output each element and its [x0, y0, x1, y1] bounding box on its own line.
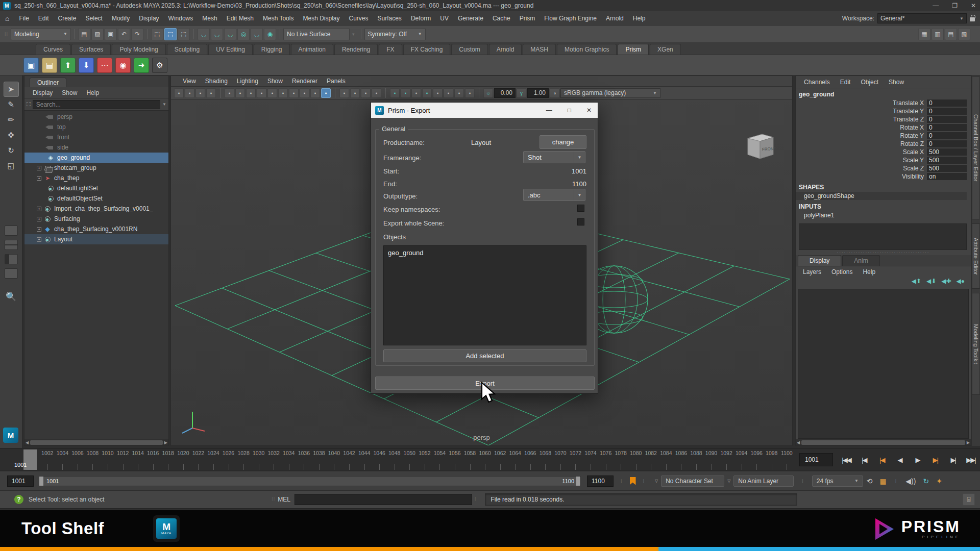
create-bookmark-icon[interactable] — [630, 477, 636, 485]
layer-tab-display[interactable]: Display — [798, 255, 841, 266]
layer-menu-layers[interactable]: Layers — [798, 268, 826, 276]
add-layer-from-selected-icon[interactable]: ◀● — [957, 278, 965, 288]
make-live-icon[interactable]: ◉ — [264, 28, 276, 40]
dialog-title-bar[interactable]: M Prism - Export — □ ✕ — [371, 103, 598, 118]
timeline-tick-1086[interactable]: 1086 — [674, 448, 689, 471]
timeline-tick-1068[interactable]: 1068 — [538, 448, 553, 471]
outliner-item-side[interactable]: side — [24, 142, 168, 153]
timeline-tick-1064[interactable]: 1064 — [507, 448, 523, 471]
export-button[interactable]: Export — [375, 377, 595, 390]
live-surface-dropdown[interactable]: No Live Surface — [283, 28, 350, 40]
outliner-search-input[interactable]: Search... — [33, 100, 160, 109]
expand-icon[interactable]: + — [37, 237, 41, 242]
timeline-tick-1040[interactable]: 1040 — [327, 448, 342, 471]
shelf-tab-poly-modeling[interactable]: Poly Modeling — [112, 44, 165, 55]
layout-persp-outliner-button[interactable] — [5, 254, 18, 264]
shelf-tab-sculpting[interactable]: Sculpting — [167, 44, 207, 55]
prism-playblast-icon[interactable]: ⋯ — [97, 58, 112, 73]
prism-save-version-icon[interactable]: ▣ — [23, 58, 39, 73]
outliner-menu-show[interactable]: Show — [58, 89, 81, 96]
shelf-tab-curves[interactable]: Curves — [36, 44, 70, 55]
timeline-tick-1074[interactable]: 1074 — [583, 448, 598, 471]
viewport-menu-panels[interactable]: Panels — [322, 78, 350, 85]
timeline-tick-1008[interactable]: 1008 — [85, 448, 101, 471]
range-start-handle[interactable] — [39, 477, 43, 486]
shadows-icon[interactable]: ▪ — [433, 88, 443, 98]
menu-set-dropdown[interactable]: Modeling▼ — [11, 28, 71, 40]
expand-icon[interactable]: + — [37, 176, 41, 181]
timeline-tick-1030[interactable]: 1030 — [251, 448, 266, 471]
timeline-tick-1026[interactable]: 1026 — [221, 448, 236, 471]
expand-icon[interactable]: + — [37, 207, 41, 211]
scroll-right-icon[interactable]: ▶ — [967, 440, 970, 445]
maya-home-icon[interactable]: ⌂ — [5, 14, 9, 22]
menu-item-create[interactable]: Create — [54, 15, 81, 22]
workspace-lock-icon[interactable] — [970, 17, 975, 21]
outliner-item-persp[interactable]: persp — [24, 112, 168, 122]
scroll-left-icon[interactable]: ◀ — [797, 440, 800, 445]
channel-value-field[interactable]: 0 — [927, 140, 967, 147]
timeline-tick-1024[interactable]: 1024 — [206, 448, 221, 471]
outliner-item-import_cha_thep_surfacing_v0001_[interactable]: +Import_cha_thep_Surfacing_v0001_ — [24, 204, 168, 214]
range-end-handle[interactable] — [576, 477, 580, 486]
panel-splitter-handle[interactable]: ······································· — [796, 250, 971, 255]
paint-select-tool-icon[interactable]: ✏ — [4, 112, 19, 128]
timeline-tick-1006[interactable]: 1006 — [70, 448, 85, 471]
look-through-selected-icon[interactable]: ▪ — [174, 88, 184, 98]
timeline-tick-1058[interactable]: 1058 — [462, 448, 478, 471]
time-slider[interactable]: 1001 10021004100610081010101210141016101… — [0, 448, 980, 470]
shelf-tab-mash[interactable]: MASH — [523, 44, 556, 55]
outliner-item-layout[interactable]: +Layout — [24, 234, 168, 244]
export-objects-list[interactable]: geo_ground — [383, 245, 586, 345]
snap-to-point-icon[interactable]: ◡ — [224, 28, 236, 40]
timeline-tick-1054[interactable]: 1054 — [432, 448, 448, 471]
dialog-maximize-icon[interactable]: □ — [568, 107, 571, 114]
shelf-tab-xgen[interactable]: XGen — [650, 44, 681, 55]
select-tool-icon[interactable]: ➤ — [4, 82, 19, 97]
animation-end-field[interactable]: 1100 — [587, 475, 614, 487]
view-cube[interactable]: FRONT — [742, 129, 777, 165]
layout-hypershade-button[interactable] — [5, 268, 18, 279]
outliner-horizontal-scrollbar[interactable]: ◀ ▶ — [24, 439, 168, 445]
attribute-editor-toggle-icon[interactable]: ▤ — [945, 28, 957, 40]
dialog-close-icon[interactable]: ✕ — [586, 107, 592, 114]
timeline-tick-1052[interactable]: 1052 — [417, 448, 432, 471]
move-layer-up-icon[interactable]: ◀⬆ — [912, 278, 921, 288]
move-layer-down-icon[interactable]: ◀⬇ — [926, 278, 936, 288]
playblast-icon[interactable]: ▦ — [880, 477, 887, 485]
timeline-tick-1092[interactable]: 1092 — [719, 448, 734, 471]
prism-export-dialog[interactable]: M Prism - Export — □ ✕ General Productna… — [371, 102, 598, 394]
select-by-hierarchy-icon[interactable]: ⬚ — [151, 28, 163, 40]
menu-item-mesh-tools[interactable]: Mesh Tools — [258, 15, 298, 22]
timeline-tick-1098[interactable]: 1098 — [764, 448, 779, 471]
animation-start-field[interactable]: 1001 — [7, 475, 34, 487]
timeline-tick-1062[interactable]: 1062 — [493, 448, 508, 471]
scroll-right-icon[interactable]: ▶ — [164, 440, 167, 445]
close-window-icon[interactable]: ✕ — [971, 2, 976, 9]
menu-item-mesh-display[interactable]: Mesh Display — [298, 15, 344, 22]
default-material-icon[interactable]: ▪ — [401, 88, 410, 98]
resolution-gate-icon[interactable]: ▪ — [278, 88, 288, 98]
snap-to-curve-icon[interactable]: ◡ — [211, 28, 223, 40]
select-by-component-icon[interactable]: ⬚ — [178, 28, 190, 40]
camera-attributes-icon[interactable]: ▪ — [195, 88, 205, 98]
layer-editor-horizontal-scrollbar[interactable]: ◀ ▶ — [796, 439, 971, 445]
snap-to-grid-icon[interactable]: ◡ — [198, 28, 210, 40]
maya-taskbar-button[interactable]: MMAYA — [153, 515, 180, 542]
timeline-tick-1084[interactable]: 1084 — [658, 448, 674, 471]
viewport-menu-renderer[interactable]: Renderer — [287, 78, 322, 85]
menu-item-windows[interactable]: Windows — [164, 15, 198, 22]
timeline-tick-1016[interactable]: 1016 — [145, 448, 161, 471]
help-icon[interactable]: ? — [14, 495, 23, 504]
maximize-window-icon[interactable]: ❐ — [952, 2, 958, 9]
move-tool-icon[interactable]: ✥ — [4, 128, 19, 143]
timeline-tick-1070[interactable]: 1070 — [553, 448, 568, 471]
undo-icon[interactable]: ↶ — [118, 28, 130, 40]
shelf-tab-arnold[interactable]: Arnold — [489, 44, 522, 55]
two-d-pan-zoom-icon[interactable]: ▪ — [235, 88, 245, 98]
timeline-tick-1014[interactable]: 1014 — [130, 448, 145, 471]
menu-item-modify[interactable]: Modify — [107, 15, 134, 22]
side-tab-modeling-toolkit[interactable]: Modeling Toolkit — [972, 293, 980, 395]
menu-item-file[interactable]: File — [14, 15, 33, 22]
exposure-field[interactable]: 0.00 — [494, 88, 516, 98]
